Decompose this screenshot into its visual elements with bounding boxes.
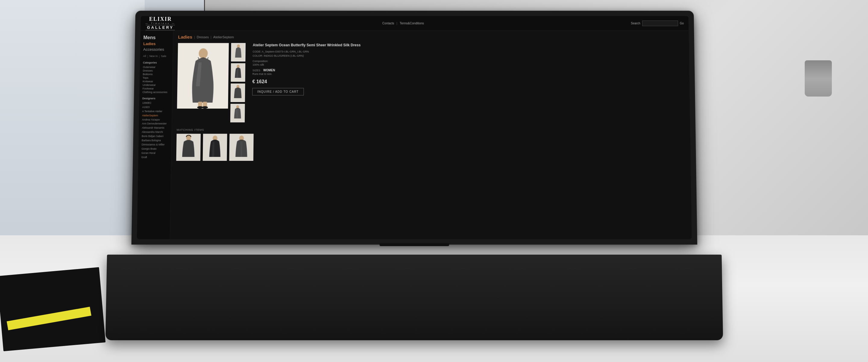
breadcrumb-sep2: |	[211, 35, 212, 39]
category-knitwear[interactable]: Knitwear	[143, 80, 169, 83]
category-dresses[interactable]: Dresses	[143, 69, 170, 73]
filter-row: All | New In | Sale	[143, 55, 170, 58]
sidebar-item-mens[interactable]: Mens	[144, 34, 170, 41]
matching-items-list	[176, 134, 686, 161]
product-sizes: SIZES WOMEN	[253, 68, 684, 72]
category-footwear[interactable]: Footwear	[143, 87, 169, 90]
designer-graft[interactable]: Graft	[141, 155, 168, 160]
main-product-image	[177, 43, 229, 109]
designer-goran-horal[interactable]: Goran Horal	[141, 151, 168, 155]
product-layout: Atelier Septem Ocean Butterfly Semi Shee…	[177, 43, 685, 122]
product-details: Atelier Septem Ocean Butterfly Semi Shee…	[250, 43, 685, 122]
breadcrumb: Ladies | Dresses | AtelierSeptem	[178, 34, 684, 39]
nav-terms[interactable]: Terms&Conditions	[400, 22, 424, 25]
thumbnail-1[interactable]	[231, 43, 245, 61]
breadcrumb-dresses[interactable]: Dresses	[197, 35, 209, 39]
logo-timeless: — Timeless —	[145, 22, 176, 25]
desk-book-stripe	[7, 307, 91, 330]
code-label: CODE:	[253, 50, 261, 53]
matching-item-1[interactable]	[176, 134, 201, 161]
matching-section: MATCHING ITEMS	[176, 129, 686, 161]
laptop-keyboard-base: MacBook Pro	[105, 255, 723, 340]
designer-atelierseptem[interactable]: AtelierSeptem	[142, 114, 169, 118]
thumbnail-2[interactable]	[231, 63, 245, 82]
designer-boris-bidjan-saberi[interactable]: Boris Bidjan Saberi	[142, 135, 168, 139]
breadcrumb-sep1: |	[194, 35, 195, 39]
product-images	[177, 43, 246, 122]
category-clothing-accessories[interactable]: Clothing accessories	[143, 90, 169, 94]
designer-giorgio-brato[interactable]: Giorgio Brato	[141, 147, 168, 151]
main-layout: Mens Ladies Accessories All | New In | S…	[137, 31, 692, 239]
designer-aleksandr-manamis[interactable]: Aleksandr Manamis	[142, 126, 169, 130]
search-area: Search Go	[631, 21, 684, 26]
filter-sale[interactable]: Sale	[161, 55, 166, 58]
product-code: CODE: A_Septem-D0073-I.BL-GRN_I.BL-GRN	[253, 50, 684, 53]
website: ELIXIR — Timeless — GALLERY Contacts | T…	[137, 16, 692, 239]
matching-item-2[interactable]	[203, 134, 227, 161]
nav-sep: |	[397, 22, 398, 25]
designers-title: Designers	[142, 97, 169, 100]
category-bottoms[interactable]: Bottoms	[143, 73, 170, 76]
thumbnail-3[interactable]	[230, 84, 245, 102]
composition-value: 100% silk	[253, 63, 684, 66]
desk-cup	[805, 60, 832, 96]
designer-a1923[interactable]: A1923	[142, 105, 169, 110]
sizes-value: WOMEN	[263, 68, 275, 72]
logo-gallery: GALLERY	[146, 25, 175, 30]
designer-tentative-atelier[interactable]: A Tentative Atelier	[142, 110, 169, 114]
color-label: COLOR:	[253, 54, 263, 57]
top-navigation: Contacts | Terms&Conditions	[382, 22, 424, 25]
sidebar-item-ladies[interactable]: Ladies	[143, 41, 170, 47]
desk-book	[0, 267, 105, 352]
composition-title: Composition:	[253, 59, 684, 62]
product-title: Atelier Septem Ocean Butterfly Semi Shee…	[253, 43, 684, 48]
filter-new-in[interactable]: New In	[149, 55, 158, 58]
sidebar-item-accessories[interactable]: Accessories	[143, 47, 170, 52]
logo: ELIXIR — Timeless — GALLERY	[145, 16, 176, 30]
filter-all[interactable]: All	[143, 55, 146, 58]
category-tops[interactable]: Tops	[143, 76, 169, 80]
color-value: INDIGO BLU/GREEN (I.BL-GRN)	[264, 54, 304, 57]
top-bar: ELIXIR — Timeless — GALLERY Contacts | T…	[141, 16, 689, 31]
laptop: ELIXIR — Timeless — GALLERY Contacts | T…	[130, 11, 738, 342]
sizes-label: SIZES	[253, 69, 260, 72]
category-underwear[interactable]: Underwear	[143, 83, 169, 87]
content-area: Ladies | Dresses | AtelierSeptem	[170, 31, 692, 239]
inquire-add-to-cart-button[interactable]: INQUIRE / ADD TO CART	[252, 88, 304, 95]
product-color: COLOR: INDIGO BLU/GREEN (I.BL-GRN)	[253, 54, 684, 57]
designer-dimissianos-miller[interactable]: Dimissianos & Miller	[142, 143, 168, 147]
laptop-screen: ELIXIR — Timeless — GALLERY Contacts | T…	[137, 16, 692, 239]
designer-barbara-bologna[interactable]: Barbara Bologna	[142, 138, 168, 143]
product-price: € 1624	[252, 79, 684, 84]
nav-contacts[interactable]: Contacts	[382, 22, 394, 25]
thumbnail-column	[230, 43, 246, 122]
logo-elixir: ELIXIR	[149, 16, 172, 22]
category-outerwear[interactable]: Outerwear	[143, 65, 170, 69]
sizes-note: Runs true to size.	[252, 73, 684, 76]
search-label: Search	[631, 22, 641, 25]
matching-title: MATCHING ITEMS	[177, 129, 685, 132]
laptop-hinge	[379, 243, 449, 246]
designer-alessandra-marchi[interactable]: Alessandra Marchi	[142, 130, 168, 135]
designer-1390ec[interactable]: 1390EC	[142, 101, 169, 105]
search-go-button[interactable]: Go	[680, 22, 684, 25]
matching-item-3[interactable]	[229, 134, 254, 161]
svg-point-5	[202, 106, 208, 109]
main-dress-svg	[177, 43, 229, 109]
laptop-screen-bezel: ELIXIR — Timeless — GALLERY Contacts | T…	[131, 11, 698, 245]
code-value: A_Septem-D0073-I.BL-GRN_I.BL-GRN	[262, 50, 309, 53]
search-input[interactable]	[642, 21, 678, 26]
categories-title: Categories	[143, 61, 170, 64]
designer-ann-demeulemeester[interactable]: Ann Demeulemeester	[142, 122, 169, 126]
thumbnail-4[interactable]	[230, 104, 245, 122]
breadcrumb-ladies: Ladies	[178, 34, 192, 39]
sidebar: Mens Ladies Accessories All | New In | S…	[137, 31, 173, 239]
designer-andrea-yaaqov[interactable]: Andrea Ya'aqov	[142, 118, 169, 122]
breadcrumb-designer[interactable]: AtelierSeptem	[213, 35, 234, 39]
